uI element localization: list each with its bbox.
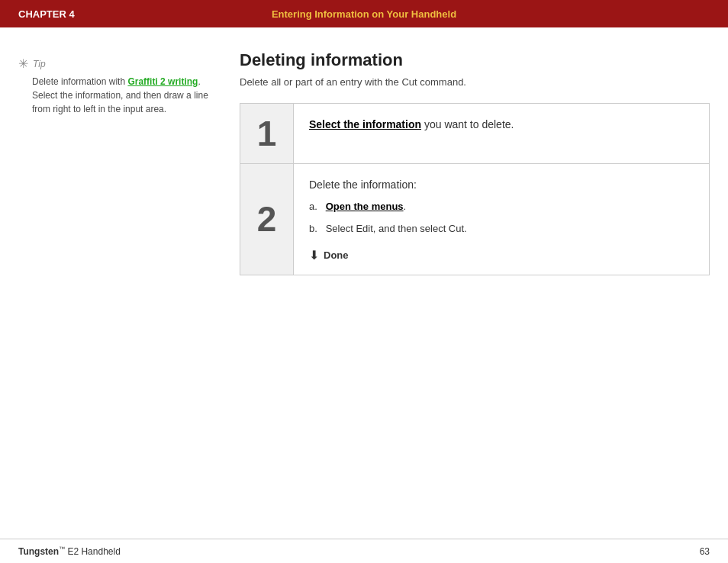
step-sub-a-label: a. [309, 201, 323, 212]
step-content-2: Delete the information: a. Open the menu… [294, 164, 709, 275]
section-intro: Delete all or part of an entry with the … [240, 76, 710, 88]
step-suffix-1: you want to delete. [424, 118, 514, 130]
step-number-cell-2: 2 [240, 164, 294, 275]
footer-trademark: ™ [59, 545, 65, 552]
step-number-2: 2 [257, 201, 277, 236]
steps-table: 1 Select the information you want to del… [240, 103, 710, 275]
step-sub-a-link[interactable]: Open the menus [326, 201, 404, 212]
header-title: Entering Information on Your Handheld [18, 8, 710, 20]
page-header: CHAPTER 4 Entering Information on Your H… [0, 0, 728, 27]
step-number-1: 1 [257, 116, 277, 151]
footer-brand-name: Tungsten [18, 546, 59, 557]
step-main-text-2: Delete the information: [309, 176, 694, 193]
done-icon: ⬇ [309, 248, 319, 262]
step-number-cell-1: 1 [240, 104, 294, 163]
done-row: ⬇ Done [309, 248, 694, 262]
footer-model: E2 Handheld [65, 546, 121, 557]
step-sub-b-text: Select Edit, and then select Cut. [326, 223, 467, 234]
tip-text-1: Delete information with [32, 76, 127, 87]
step-sub-a: a. Open the menus. [309, 199, 694, 215]
content-area: Deleting information Delete all or part … [240, 50, 710, 275]
footer-page-number: 63 [700, 546, 710, 557]
step-sub-a-suffix: . [404, 201, 407, 212]
step-link-1[interactable]: Select the information [309, 118, 421, 130]
step-row-2: 2 Delete the information: a. Open the me… [240, 164, 709, 275]
done-text: Done [324, 249, 349, 261]
tip-body: Delete information with Graffiti 2 writi… [18, 75, 217, 116]
step-row-1: 1 Select the information you want to del… [240, 104, 709, 164]
section-title: Deleting information [240, 50, 710, 70]
page-footer: Tungsten™ E2 Handheld 63 [0, 539, 728, 563]
tip-star-icon: ✳ [18, 58, 28, 70]
main-content: ✳ Tip Delete information with Graffiti 2… [0, 27, 728, 275]
step-sub-b-label: b. [309, 223, 323, 234]
sidebar-tip: ✳ Tip Delete information with Graffiti 2… [18, 50, 240, 275]
step-sub-b: b. Select Edit, and then select Cut. [309, 221, 694, 237]
step-text-1: Select the information you want to delet… [309, 118, 514, 130]
step-content-1: Select the information you want to delet… [294, 104, 709, 163]
footer-brand: Tungsten™ E2 Handheld [18, 545, 121, 557]
tip-link[interactable]: Graffiti 2 writing [127, 76, 198, 87]
tip-label: Tip [33, 59, 46, 69]
tip-header: ✳ Tip [18, 58, 217, 70]
